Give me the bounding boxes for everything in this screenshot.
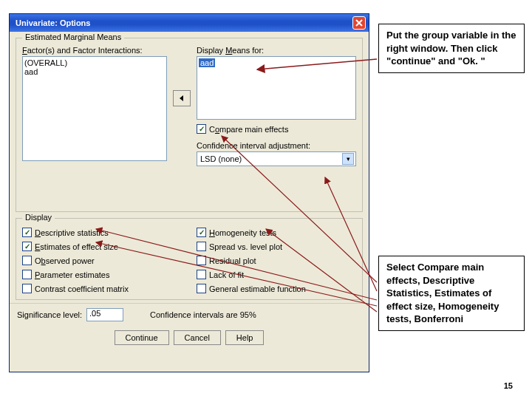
emm-legend: Estimated Marginal Means <box>22 33 124 41</box>
group-estimated-marginal-means: Estimated Marginal Means Factor(s) and F… <box>16 38 363 212</box>
factors-label: Factor(s) and Factor Interactions: <box>22 46 167 55</box>
cb-general-estimable[interactable]: General estimable function <box>197 284 356 293</box>
checkbox[interactable] <box>22 284 32 293</box>
group-display: Display Descriptive statistics Homogenei… <box>16 218 363 300</box>
page-number: 15 <box>504 381 513 390</box>
list-item[interactable]: aad <box>24 67 165 76</box>
checkbox[interactable] <box>22 256 32 265</box>
cb-contrast-matrix[interactable]: Contrast coefficient matrix <box>22 284 182 293</box>
sig-level-field[interactable]: .05 <box>86 308 123 321</box>
chevron-down-icon[interactable]: ▾ <box>342 153 354 165</box>
checkbox[interactable] <box>22 242 32 251</box>
cb-observed-power[interactable]: Observed power <box>22 256 182 265</box>
cb-spread-level[interactable]: Spread vs. level plot <box>197 242 356 251</box>
compare-main-effects-checkbox[interactable] <box>197 124 206 134</box>
cb-parameter-est[interactable]: Parameter estimates <box>22 270 182 279</box>
means-column: Display Means for: aad Compare main effe… <box>197 46 356 205</box>
annotation-bottom: Select Compare main effects, Descriptive… <box>378 256 525 331</box>
bottom-row: Significance level: .05 Confidence inter… <box>10 303 369 326</box>
cb-homogeneity[interactable]: Homogeneity tests <box>197 228 356 237</box>
list-item[interactable]: (OVERALL) <box>24 58 165 67</box>
title-text: Univariate: Options <box>16 18 90 27</box>
checkbox[interactable] <box>22 228 32 237</box>
triangle-left-icon <box>178 95 185 102</box>
compare-main-effects-label: Compare main effects <box>209 125 288 134</box>
checkbox[interactable] <box>197 270 206 279</box>
factors-column: Factor(s) and Factor Interactions: (OVER… <box>22 46 167 205</box>
ci-adjustment-label: Confidence interval adjustment: <box>197 141 356 150</box>
ci-adjustment-value: LSD (none) <box>200 154 242 163</box>
move-left-button[interactable] <box>173 90 191 106</box>
cb-descriptive[interactable]: Descriptive statistics <box>22 228 182 237</box>
checkbox[interactable] <box>197 256 206 265</box>
cancel-button[interactable]: Cancel <box>174 330 221 345</box>
checkbox[interactable] <box>197 242 206 251</box>
annotation-top: Put the group variable in the right wind… <box>378 24 525 73</box>
help-button[interactable]: Help <box>225 330 265 345</box>
checkbox[interactable] <box>197 228 206 237</box>
close-icon[interactable] <box>352 16 366 30</box>
button-bar: Continue Cancel Help <box>10 326 369 349</box>
factors-listbox[interactable]: (OVERALL) aad <box>22 56 167 161</box>
means-listbox[interactable]: aad <box>197 56 356 120</box>
continue-button[interactable]: Continue <box>115 330 169 345</box>
means-label: Display Means for: <box>197 46 356 55</box>
display-legend: Display <box>22 213 55 222</box>
cb-effect-size[interactable]: Estimates of effect size <box>22 242 182 251</box>
cb-lack-of-fit[interactable]: Lack of fit <box>197 270 356 279</box>
checkbox[interactable] <box>197 284 206 293</box>
move-column <box>171 46 192 205</box>
checkbox[interactable] <box>22 270 32 279</box>
cb-residual[interactable]: Residual plot <box>197 256 356 265</box>
compare-main-effects-row[interactable]: Compare main effects <box>197 124 356 134</box>
titlebar[interactable]: Univariate: Options <box>10 14 369 32</box>
sig-level-label: Significance level: <box>17 310 82 319</box>
dialog-univariate-options: Univariate: Options Estimated Marginal M… <box>9 13 369 372</box>
ci-text: Confidence intervals are 95% <box>150 310 256 319</box>
list-item[interactable]: aad <box>199 58 215 67</box>
ci-adjustment-combo[interactable]: LSD (none) ▾ <box>197 151 356 166</box>
